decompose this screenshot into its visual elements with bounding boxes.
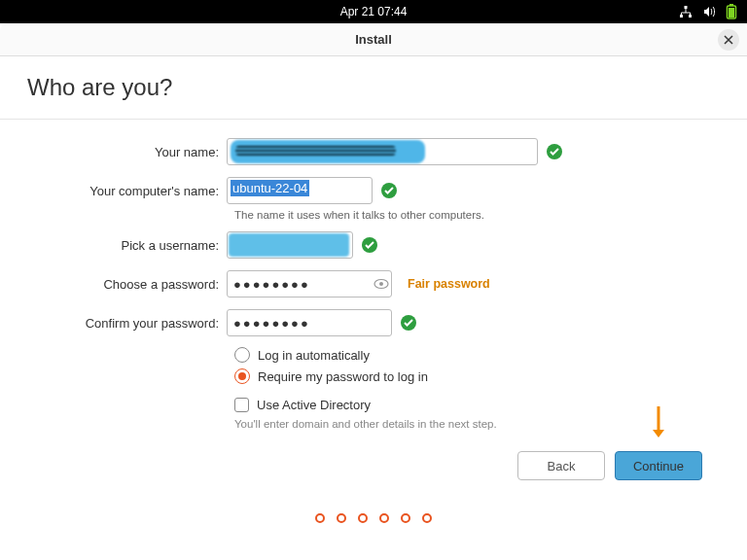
- checkbox-icon: [234, 398, 249, 412]
- close-icon: [724, 35, 733, 45]
- progress-dots: [27, 513, 720, 523]
- computer-label: Your computer's name:: [37, 184, 227, 198]
- gnome-topbar: Apr 21 07:44: [0, 0, 747, 23]
- active-directory-option[interactable]: Use Active Directory: [234, 398, 720, 412]
- login-require-option[interactable]: Require my password to log in: [234, 368, 720, 384]
- svg-point-10: [379, 282, 383, 286]
- login-auto-option[interactable]: Log in automatically: [234, 347, 720, 363]
- password-input[interactable]: [227, 270, 392, 298]
- footer-buttons: Back Continue: [27, 430, 720, 480]
- login-auto-label: Log in automatically: [258, 348, 370, 363]
- name-label: Your name:: [37, 145, 227, 159]
- battery-icon[interactable]: [726, 4, 737, 19]
- svg-rect-2: [689, 15, 692, 18]
- close-button[interactable]: [718, 29, 739, 51]
- page-title: Who are you?: [27, 74, 720, 101]
- radio-icon: [234, 347, 250, 363]
- svg-rect-1: [680, 15, 683, 18]
- svg-rect-5: [729, 8, 734, 18]
- continue-button[interactable]: Continue: [615, 451, 702, 480]
- user-form: Your name: Your computer's name: ubuntu-…: [37, 137, 720, 430]
- username-input[interactable]: [227, 231, 353, 259]
- ad-label: Use Active Directory: [257, 398, 371, 412]
- clock: Apr 21 07:44: [340, 5, 408, 18]
- annotation-arrow-icon: [651, 404, 666, 443]
- network-icon[interactable]: [679, 5, 693, 18]
- volume-icon[interactable]: [702, 5, 716, 18]
- checkmark-icon: [546, 143, 563, 160]
- ad-hint: You'll enter domain and other details in…: [234, 418, 720, 430]
- window-title: Install: [355, 32, 392, 47]
- radio-checked-icon: [234, 368, 250, 384]
- system-tray[interactable]: [679, 4, 737, 19]
- checkmark-icon: [361, 236, 378, 254]
- confirm-label: Confirm your password:: [37, 316, 227, 331]
- svg-rect-0: [685, 6, 688, 9]
- checkmark-icon: [400, 314, 417, 332]
- computer-hint: The name it uses when it talks to other …: [234, 209, 720, 221]
- password-label: Choose a password:: [37, 277, 227, 292]
- confirm-password-input[interactable]: [227, 309, 392, 336]
- window-titlebar: Install: [0, 23, 747, 56]
- computer-name-selection: ubuntu-22-04: [231, 180, 309, 196]
- name-input[interactable]: [227, 138, 538, 165]
- password-strength: Fair password: [408, 277, 490, 291]
- login-require-label: Require my password to log in: [258, 369, 428, 384]
- username-label: Pick a username:: [37, 238, 227, 253]
- divider: [0, 119, 747, 120]
- back-button[interactable]: Back: [517, 451, 605, 480]
- checkmark-icon: [380, 182, 398, 199]
- reveal-password-icon[interactable]: [373, 275, 390, 293]
